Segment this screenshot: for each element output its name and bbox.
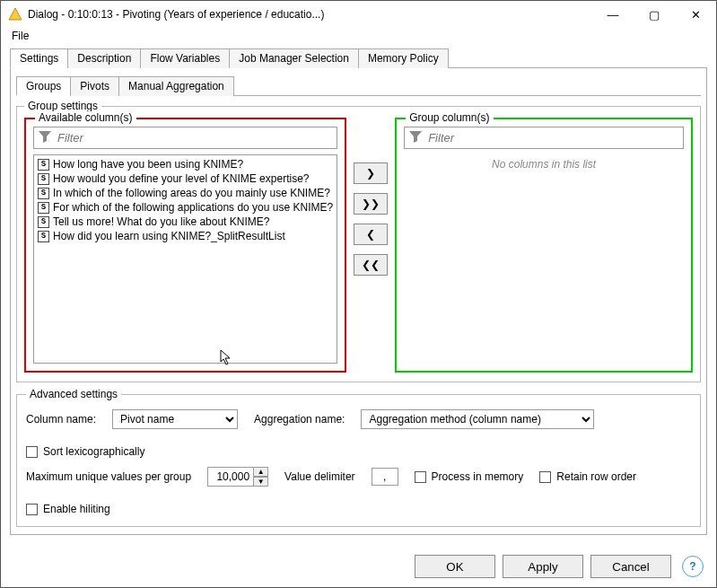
inner-tabs: Groups Pivots Manual Aggregation xyxy=(16,75,701,96)
svg-marker-0 xyxy=(9,8,22,20)
checkbox-box xyxy=(415,471,426,483)
list-item-label: Tell us more! What do you like about KNI… xyxy=(53,215,269,228)
retain-order-checkbox[interactable]: Retain row order xyxy=(539,470,636,483)
available-columns-panel: Available column(s) SHow long have you b… xyxy=(24,118,346,373)
help-button[interactable]: ? xyxy=(682,556,704,577)
group-columns-label: Group column(s) xyxy=(406,111,493,124)
tab-description[interactable]: Description xyxy=(67,48,141,68)
tab-flow-variables[interactable]: Flow Variables xyxy=(140,48,230,68)
tab-pivots[interactable]: Pivots xyxy=(70,76,119,96)
tab-job-manager[interactable]: Job Manager Selection xyxy=(229,48,359,68)
sort-lex-label: Sort lexicographically xyxy=(43,445,144,458)
close-button[interactable]: ✕ xyxy=(675,1,716,28)
titlebar: Dialog - 0:10:0:13 - Pivoting (Years of … xyxy=(1,1,716,28)
list-item-label: In which of the following areas do you m… xyxy=(53,187,330,199)
tab-manual-aggregation[interactable]: Manual Aggregation xyxy=(118,76,234,96)
group-settings-fieldset: Group settings Available column(s) SHow … xyxy=(16,100,701,382)
group-filter-input[interactable] xyxy=(426,130,679,145)
list-item[interactable]: STell us more! What do you like about KN… xyxy=(36,215,335,229)
string-type-icon: S xyxy=(38,188,49,199)
window-controls: — ▢ ✕ xyxy=(592,1,716,28)
value-delim-label: Value delimiter xyxy=(284,470,354,483)
retain-order-label: Retain row order xyxy=(556,470,636,483)
advanced-settings-fieldset: Advanced settings Column name: Pivot nam… xyxy=(16,388,701,527)
menubar: File xyxy=(1,28,716,46)
checkbox-box xyxy=(26,446,38,458)
list-item-label: How long have you been using KNIME? xyxy=(53,158,243,171)
spinner-down[interactable]: ▼ xyxy=(254,477,268,487)
group-columns-panel: Group column(s) No columns in this list xyxy=(395,118,693,373)
string-type-icon: S xyxy=(38,159,49,171)
settings-body: Groups Pivots Manual Aggregation Group s… xyxy=(10,68,707,535)
group-empty-text: No columns in this list xyxy=(404,149,684,180)
list-item-label: How did you learn using KNIME?_SplitResu… xyxy=(53,230,285,242)
checkbox-box xyxy=(539,471,551,483)
aggregation-name-label: Aggregation name: xyxy=(254,413,345,426)
max-unique-spinner[interactable]: ▲ ▼ xyxy=(207,467,268,487)
move-left-all-button[interactable]: ❮❮ xyxy=(354,254,388,276)
process-memory-checkbox[interactable]: Process in memory xyxy=(415,470,524,483)
spinner-up[interactable]: ▲ xyxy=(254,467,268,477)
dialog-buttons: OK Apply Cancel ? xyxy=(1,544,716,587)
advanced-settings-legend: Advanced settings xyxy=(26,388,121,400)
enable-hiliting-label: Enable hiliting xyxy=(43,503,110,515)
checkbox-box xyxy=(26,504,38,515)
tab-groups[interactable]: Groups xyxy=(16,76,71,96)
sort-lex-checkbox[interactable]: Sort lexicographically xyxy=(26,445,144,458)
filter-icon xyxy=(38,129,56,146)
app-icon xyxy=(8,7,22,22)
tab-settings[interactable]: Settings xyxy=(10,48,68,68)
column-name-label: Column name: xyxy=(26,413,96,426)
max-unique-input[interactable] xyxy=(207,467,254,487)
aggregation-name-select[interactable]: Aggregation method (column name) xyxy=(361,409,594,429)
max-unique-label: Maximum unique values per group xyxy=(26,470,191,483)
move-right-all-button[interactable]: ❯❯ xyxy=(354,193,388,215)
content-area: Settings Description Flow Variables Job … xyxy=(1,46,716,544)
available-filter-input[interactable] xyxy=(56,130,333,145)
group-settings-legend: Group settings xyxy=(24,100,101,112)
list-item[interactable]: SHow would you define your level of KNIM… xyxy=(36,171,335,186)
move-left-button[interactable]: ❮ xyxy=(354,224,388,245)
filter-icon xyxy=(408,129,426,146)
available-columns-list[interactable]: SHow long have you been using KNIME?SHow… xyxy=(33,154,337,364)
list-item-label: How would you define your level of KNIME… xyxy=(53,172,309,185)
list-item-label: For which of the following applications … xyxy=(53,201,333,214)
list-item[interactable]: SIn which of the following areas do you … xyxy=(36,186,335,200)
list-item[interactable]: SFor which of the following applications… xyxy=(36,200,335,215)
string-type-icon: S xyxy=(38,216,49,228)
move-right-button[interactable]: ❯ xyxy=(354,162,388,184)
menu-file[interactable]: File xyxy=(8,28,32,44)
outer-tabs: Settings Description Flow Variables Job … xyxy=(10,48,707,68)
value-delim-input[interactable] xyxy=(372,468,398,486)
string-type-icon: S xyxy=(38,173,49,185)
available-filter[interactable] xyxy=(33,127,337,149)
window-title: Dialog - 0:10:0:13 - Pivoting (Years of … xyxy=(28,8,592,21)
list-item[interactable]: SHow did you learn using KNIME?_SplitRes… xyxy=(36,229,335,243)
available-columns-label: Available column(s) xyxy=(35,111,136,124)
minimize-button[interactable]: — xyxy=(592,1,634,28)
ok-button[interactable]: OK xyxy=(415,555,495,578)
process-memory-label: Process in memory xyxy=(432,470,524,483)
cancel-button[interactable]: Cancel xyxy=(590,555,671,578)
enable-hiliting-checkbox[interactable]: Enable hiliting xyxy=(26,503,110,515)
apply-button[interactable]: Apply xyxy=(503,555,583,578)
string-type-icon: S xyxy=(38,202,49,214)
maximize-button[interactable]: ▢ xyxy=(634,1,675,28)
tab-memory-policy[interactable]: Memory Policy xyxy=(358,48,449,68)
string-type-icon: S xyxy=(38,231,49,242)
column-name-select[interactable]: Pivot name xyxy=(112,409,238,429)
transfer-buttons: ❯ ❯❯ ❮ ❮❮ xyxy=(354,118,388,373)
group-filter[interactable] xyxy=(404,127,684,149)
list-item[interactable]: SHow long have you been using KNIME? xyxy=(36,157,335,171)
dialog-window: Dialog - 0:10:0:13 - Pivoting (Years of … xyxy=(0,0,717,588)
